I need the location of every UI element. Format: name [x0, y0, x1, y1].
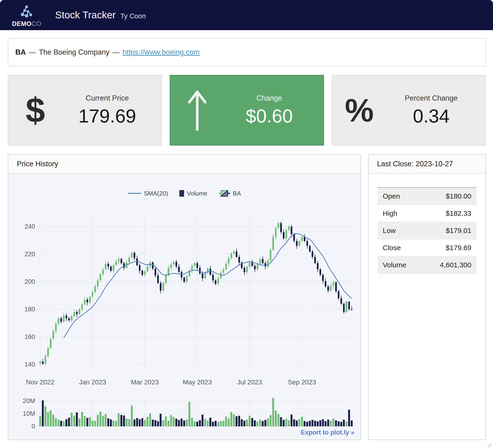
stock-tracker-app: { "header": { "brand_demo": "DEMO", "bra… [0, 0, 493, 448]
company-name: The Boeing Company [39, 48, 110, 56]
export-plotly-link[interactable]: Export to plot.ly » [301, 429, 354, 436]
change-value: $0.60 [246, 106, 293, 127]
last-close-header: Last Close: 2023-10-27 [369, 155, 485, 174]
last-close-row-label: Close [378, 239, 422, 256]
brand-wordmark: DEMOCO [12, 21, 42, 27]
svg-text:220: 220 [24, 251, 35, 258]
svg-text:10M: 10M [23, 410, 35, 417]
svg-text:20M: 20M [23, 397, 35, 404]
change-card: Change $0.60 [170, 75, 324, 146]
last-close-row-value: $179.69 [422, 239, 477, 256]
last-close-title: Last Close: 2023-10-27 [377, 160, 453, 168]
resize-grip-icon[interactable] [486, 442, 491, 447]
last-close-row: Close$179.69 [378, 239, 477, 256]
legend-label: Volume [187, 190, 207, 197]
ticker-card: BA — The Boeing Company — https://www.bo… [8, 38, 486, 66]
stat-label: Percent Change [405, 94, 458, 102]
company-website-link[interactable]: https://www.boeing.com [123, 48, 200, 56]
chart-legend: SMA(20) Volume BA [8, 189, 360, 198]
stat-label: Current Price [86, 94, 129, 102]
current-price-value: 179.69 [78, 106, 136, 127]
price-history-header: Price History [8, 155, 360, 174]
last-close-row-value: $182.33 [422, 205, 477, 222]
last-close-panel: Last Close: 2023-10-27 Open$180.00High$1… [368, 154, 486, 440]
svg-text:240: 240 [24, 223, 35, 230]
svg-text:Sep 2023: Sep 2023 [288, 379, 316, 386]
ticker-symbol: BA [15, 48, 26, 56]
current-price-card: $ Current Price 179.69 [8, 75, 162, 146]
percent-change-value: 0.34 [413, 106, 450, 127]
arrow-up-icon [186, 89, 209, 131]
svg-text:Mar 2023: Mar 2023 [131, 379, 159, 386]
svg-text:0: 0 [32, 423, 35, 430]
svg-text:200: 200 [24, 278, 35, 285]
svg-text:Jan 2023: Jan 2023 [79, 379, 106, 386]
price-chart-svg[interactable]: 140160180200220240010M20MNov 2022Jan 202… [8, 174, 360, 440]
legend-label: SMA(20) [144, 190, 168, 197]
last-close-body: Open$180.00High$182.33Low$179.01Close$17… [369, 174, 485, 274]
legend-item-volume[interactable]: Volume [179, 190, 207, 197]
democo-logo: DEMOCO [9, 5, 44, 27]
svg-text:160: 160 [24, 333, 35, 340]
svg-text:Jul 2023: Jul 2023 [237, 379, 262, 386]
page-title: Stock Tracker [55, 10, 116, 21]
page-subtitle: Ty Coon [120, 12, 146, 20]
sma-line-swatch-icon [128, 193, 141, 194]
last-close-table: Open$180.00High$182.33Low$179.01Close$17… [378, 187, 477, 274]
last-close-row-label: Volume [378, 256, 422, 274]
legend-item-sma[interactable]: SMA(20) [128, 190, 168, 197]
stats-row: $ Current Price 179.69 Change $0.60 % Pe… [8, 75, 486, 146]
percent-icon: % [345, 94, 374, 127]
molecule-icon [19, 5, 34, 20]
svg-text:140: 140 [24, 361, 35, 368]
svg-text:Nov 2022: Nov 2022 [26, 379, 55, 386]
last-close-row: Open$180.00 [378, 187, 477, 205]
last-close-row: Low$179.01 [378, 222, 477, 239]
dollar-icon: $ [26, 93, 45, 128]
last-close-row-value: 4,601,300 [422, 256, 477, 274]
brand-demo: DEMO [12, 20, 32, 27]
svg-text:May 2023: May 2023 [183, 379, 212, 386]
svg-text:180: 180 [24, 306, 35, 313]
separator-dash: — [112, 48, 120, 56]
volume-swatch-icon [179, 190, 184, 197]
separator-dash: — [29, 48, 36, 56]
last-close-row-label: High [378, 205, 422, 222]
price-history-title: Price History [17, 160, 58, 168]
ba-candle-legend-icon [219, 189, 230, 198]
last-close-row: Volume4,601,300 [378, 256, 477, 274]
brand-co: CO [32, 20, 42, 27]
last-close-row: High$182.33 [378, 205, 477, 222]
stat-label: Change [256, 94, 282, 102]
app-header: DEMOCO Stock Tracker Ty Coon [0, 0, 493, 30]
last-close-row-value: $180.00 [422, 187, 477, 205]
last-close-row-label: Low [378, 222, 422, 239]
legend-label: BA [233, 190, 241, 197]
legend-item-ba[interactable]: BA [219, 189, 241, 198]
last-close-row-value: $179.01 [422, 222, 477, 239]
price-history-panel: Price History 140160180200220240010M20MN… [8, 154, 361, 440]
percent-change-card: % Percent Change 0.34 [332, 75, 486, 146]
last-close-row-label: Open [378, 187, 422, 205]
price-history-chart[interactable]: 140160180200220240010M20MNov 2022Jan 202… [8, 174, 360, 439]
